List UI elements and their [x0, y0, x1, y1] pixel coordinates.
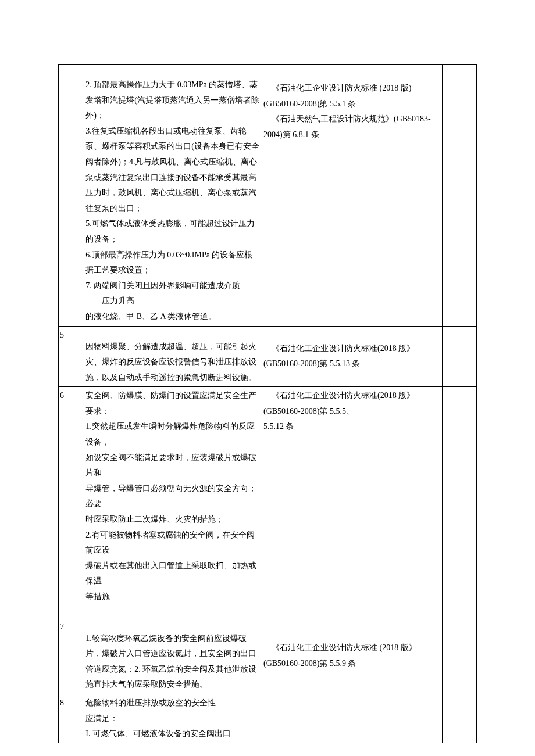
reference-cell: [262, 694, 442, 743]
table-row: 7 1.较高浓度环氧乙烷设备的安全阀前应设爆破片，爆破片入口管道应设氮封，且安全…: [59, 618, 477, 694]
reference-cell: 《石油化工企业设计防火标准(2018 版》(GB50160-2008)第 5.5…: [262, 387, 442, 618]
requirement-cell: 危险物料的泄压排放或放空的安全性 应满足： I. 可燃气体、可燃液体设备的安全阀…: [84, 694, 262, 743]
req-text: 3.往复式压缩机各段出口或电动往复泵、齿轮泵、螺杆泵等容积式泵的出口(设备本身已…: [85, 127, 259, 213]
req-text: 6.顶部最高操作压力为 0.03~0.IMPa 的设备应根据工艺要求设置；: [85, 250, 252, 275]
ref-text: 《石油化工企业设计防火标准(2018 版》(GB50160-2008)第 5.5…: [263, 391, 415, 415]
req-text: 1.较高浓度环氧乙烷设备的安全阀前应设爆破片，爆破片入口管道应设氮封，且安全阀的…: [85, 634, 256, 689]
row-number: 8: [59, 694, 84, 743]
row-number: 7: [59, 618, 84, 694]
requirement-cell: 1.较高浓度环氧乙烷设备的安全阀前应设爆破片，爆破片入口管道应设氮封，且安全阀的…: [84, 618, 262, 694]
req-text: 爆破片或在其他出入口管道上采取吹扫、加热或保温: [85, 561, 256, 586]
table-row: 6 安全阀、防爆膜、防爆门的设置应满足安全生产要求： 1.突然超压或发生瞬时分解…: [59, 387, 477, 618]
document-page: 2. 顶部最高操作压力大于 0.03MPa 的蒸憎塔、蒸发塔和汽提塔(汽提塔顶蒸…: [0, 0, 535, 756]
req-text: 导爆管，导爆管口必须朝向无火源的安全方向；必要: [85, 484, 256, 508]
ref-text: 《石油化工企业设计防火标准(2018 版》(GB50160-2008)第 5.5…: [263, 344, 415, 368]
table-row: 2. 顶部最高操作压力大于 0.03MPa 的蒸憎塔、蒸发塔和汽提塔(汽提塔顶蒸…: [59, 65, 477, 327]
table-row: 5 因物料爆聚、分解造成超温、超压，可能引起火灾、爆炸的反应设备应设报警信号和泄…: [59, 326, 477, 387]
req-text: 2.有可能被物料堵塞或腐蚀的安全阀，在安全阀前应设: [85, 531, 255, 555]
req-text: 时应采取防止二次爆炸、火灾的措施；: [85, 515, 224, 524]
requirement-cell: 安全阀、防爆膜、防爆门的设置应满足安全生产要求： 1.突然超压或发生瞬时分解爆炸…: [84, 387, 262, 618]
req-text: 的液化烧、甲 B、乙 A 类液体管道。: [85, 312, 216, 321]
table-row: 8 危险物料的泄压排放或放空的安全性 应满足： I. 可燃气体、可燃液体设备的安…: [59, 694, 477, 743]
requirement-cell: 因物料爆聚、分解造成超温、超压，可能引起火灾、爆炸的反应设备应设报警信号和泄压排…: [84, 326, 262, 387]
empty-cell: [442, 326, 476, 387]
req-text: 如设安全阀不能满足要求时，应装爆破片或爆破片和: [85, 453, 256, 478]
req-text: 7. 两端阀门关闭且因外界影响可能造成介质: [85, 281, 240, 290]
requirement-cell: 2. 顶部最高操作压力大于 0.03MPa 的蒸憎塔、蒸发塔和汽提塔(汽提塔顶蒸…: [84, 65, 262, 327]
req-text: 2. 顶部最高操作压力大于 0.03MPa 的蒸憎塔、蒸发塔和汽提塔(汽提塔顶蒸…: [85, 80, 259, 120]
req-text: 应满足：: [85, 714, 118, 723]
ref-text: 《石油化工企业设计防火标准 (2018 版》(GB50160-2008)第 5.…: [263, 643, 417, 668]
req-text: I. 可燃气体、可燃液体设备的安全阀出口: [85, 729, 231, 738]
row-number: [59, 65, 84, 327]
empty-cell: [442, 387, 476, 618]
empty-cell: [442, 618, 476, 694]
req-text: 等措施: [85, 592, 110, 601]
row-number: 6: [59, 387, 84, 618]
row-number: 5: [59, 326, 84, 387]
empty-cell: [442, 65, 476, 327]
req-text: 5.可燃气体或液体受热膨胀，可能超过设计压力的设备；: [85, 219, 255, 243]
reference-cell: 《石油化工企业设计防火标准 (2018 版》(GB50160-2008)第 5.…: [262, 618, 442, 694]
ref-text: 《石油化工企业设计防火标准 (2018 版) (GB50160-2008)第 5…: [263, 84, 411, 108]
ref-text: 5.5.12 条: [263, 422, 294, 431]
ref-text: 《石油天然气工程设计防火规范》(GB50183-2004)第 6.8.1 条: [263, 114, 431, 139]
req-text: 安全阀、防爆膜、防爆门的设置应满足安全生产要求：: [85, 391, 256, 415]
reference-cell: 《石油化工企业设计防火标准 (2018 版) (GB50160-2008)第 5…: [262, 65, 442, 327]
req-text: 1.突然超压或发生瞬时分解爆炸危险物料的反应设备，: [85, 422, 255, 446]
req-text: 因物料爆聚、分解造成超温、超压，可能引起火灾、爆炸的反应设备应设报警信号和泄压排…: [85, 342, 256, 382]
requirements-table: 2. 顶部最高操作压力大于 0.03MPa 的蒸憎塔、蒸发塔和汽提塔(汽提塔顶蒸…: [58, 64, 477, 743]
req-text: 危险物料的泄压排放或放空的安全性: [85, 698, 216, 707]
req-text: 压力升高: [85, 293, 260, 309]
reference-cell: 《石油化工企业设计防火标准(2018 版》(GB50160-2008)第 5.5…: [262, 326, 442, 387]
empty-cell: [442, 694, 476, 743]
